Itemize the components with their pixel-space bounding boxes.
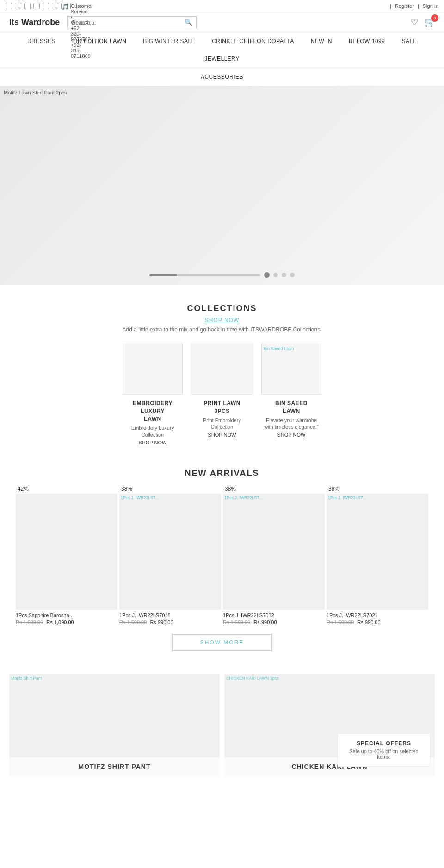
social-icons: 🎵 Customer Service / WhatsApp: +92-320-9…: [6, 3, 77, 9]
collection-bin-saeed-shop[interactable]: SHOP NOW: [261, 432, 321, 437]
new-arrivals-title: NEW ARRIVALS: [5, 468, 439, 478]
product-1-new-price: Rs.1,090.00: [46, 619, 74, 625]
product-1-price: Rs.1,890.00 Rs.1,090.00: [16, 619, 117, 625]
dot-2[interactable]: [273, 273, 278, 277]
feature-section: Motifz Shirt Pant MOTIFZ SHIRT PANT CHIC…: [0, 665, 444, 785]
wishlist-icon[interactable]: ♡: [411, 17, 418, 27]
main-nav: Dresses EID Edition Lawn BIG Winter Sale…: [0, 32, 444, 68]
nav-crinkle-chiffon[interactable]: Crinkle Chiffon Dopatta: [204, 32, 302, 50]
search-button[interactable]: 🔍: [185, 19, 192, 26]
social-icon-3[interactable]: [24, 3, 31, 9]
nav-accessories[interactable]: ACCESSORIES: [192, 68, 252, 86]
social-icon-1[interactable]: [6, 3, 12, 9]
dot-3[interactable]: [282, 273, 286, 277]
top-bar: 🎵 Customer Service / WhatsApp: +92-320-9…: [0, 0, 444, 12]
product-3-img-label: 1Pcs J. IWR22LS7...: [223, 494, 264, 501]
collection-print-lawn[interactable]: PRINT LAWN3PCS Print Embroidery Collecti…: [192, 344, 252, 445]
show-more-button[interactable]: SHOW MORE: [172, 634, 272, 651]
product-1-img: [16, 494, 117, 610]
product-4-img: 1Pcs J. IWR22LS7...: [327, 494, 428, 610]
nav-new-in[interactable]: NEW IN: [302, 32, 340, 50]
social-icon-2[interactable]: [15, 3, 21, 9]
product-2[interactable]: -38% 1Pcs J. IWR22LS7... 1Pcs J. IWR22LS…: [119, 486, 221, 625]
signin-link[interactable]: Sign In: [423, 3, 438, 9]
nav-second-row: ACCESSORIES: [0, 68, 444, 86]
collections-shop-link[interactable]: SHOP NOW: [9, 317, 435, 324]
feature-chicken-kari[interactable]: CHICKEN KARI LAWN 3pcs CHICKEN KARI LAWN…: [224, 674, 435, 776]
collection-bin-saeed-title: BIN SAEEDLAWN: [261, 400, 321, 415]
dot-1[interactable]: [264, 272, 270, 278]
collection-bin-saeed-subtitle: Elevate your wardrobe with timeless eleg…: [261, 417, 321, 431]
product-2-old-price: Rs.1,590.00: [119, 619, 147, 625]
search-box: 🔍: [67, 16, 197, 28]
nav-eid-edition[interactable]: EID Edition Lawn: [64, 32, 135, 50]
contact-info: Customer Service / WhatsApp: +92-320-927…: [70, 3, 77, 9]
product-3-img: 1Pcs J. IWR22LS7...: [223, 494, 325, 610]
product-4[interactable]: -38% 1Pcs J. IWR22LS7... 1Pcs J. IWR22LS…: [327, 486, 428, 625]
cart-icon[interactable]: 🛒 0: [425, 17, 435, 27]
feature-motifz-title: MOTIFZ SHIRT PANT: [9, 757, 220, 776]
product-3[interactable]: -38% 1Pcs J. IWR22LS7... 1Pcs J. IWR22LS…: [223, 486, 325, 625]
new-arrivals-grid: -42% 1Pcs Sapphire Barosha... Rs.1,890.0…: [5, 486, 439, 625]
product-4-badge: -38%: [327, 486, 428, 492]
collection-embroidery-img: [123, 344, 183, 395]
hero-label: Motifz Lawn Shirt Pant 2pcs: [4, 90, 67, 95]
product-2-name: 1Pcs J. IWR22LS7018: [119, 612, 221, 618]
feature-chicken-kari-label: CHICKEN KARI LAWN 3pcs: [226, 676, 279, 681]
feature-motifz-label: Motifz Shirt Pant: [11, 676, 42, 681]
cart-badge: 0: [431, 14, 438, 22]
collections-desc: Add a little extra to the mix and go bac…: [9, 326, 435, 333]
dot-4[interactable]: [290, 273, 295, 277]
special-offers-box: SPECIAL OFFERS Sale up to 40% off on sel…: [338, 733, 430, 767]
nav-below-1099[interactable]: Below 1099: [340, 32, 393, 50]
product-1-name: 1Pcs Sapphire Barosha...: [16, 612, 117, 618]
social-icon-6[interactable]: [52, 3, 58, 9]
nav-jewellery[interactable]: JEWELLERY: [196, 50, 248, 68]
hero-image: [0, 86, 444, 285]
collection-print-lawn-img: [192, 344, 252, 395]
collection-embroidery-subtitle: Embroidery Luxury Collection: [123, 425, 183, 438]
nav-sale[interactable]: SALE: [393, 32, 425, 50]
collection-embroidery-shop[interactable]: SHOP NOW: [123, 440, 183, 445]
collection-bin-saeed[interactable]: Bin Saeed Lawn BIN SAEEDLAWN Elevate you…: [261, 344, 321, 445]
nav-big-winter-sale[interactable]: BIG Winter Sale: [135, 32, 204, 50]
tiktok-icon[interactable]: 🎵: [61, 3, 68, 9]
collection-embroidery[interactable]: EMBROIDERYLUXURYLAWN Embroidery Luxury C…: [123, 344, 183, 445]
product-1[interactable]: -42% 1Pcs Sapphire Barosha... Rs.1,890.0…: [16, 486, 117, 625]
social-icon-5[interactable]: [43, 3, 49, 9]
header-actions: ♡ 🛒 0: [411, 17, 435, 27]
special-offers-title: SPECIAL OFFERS: [345, 740, 422, 747]
product-4-img-label: 1Pcs J. IWR22LS7...: [327, 494, 368, 501]
product-1-badge: -42%: [16, 486, 117, 492]
separator: |: [390, 3, 391, 9]
product-1-old-price: Rs.1,890.00: [16, 619, 43, 625]
collections-title: COLLECTIONS: [9, 304, 435, 313]
feature-grid: Motifz Shirt Pant MOTIFZ SHIRT PANT CHIC…: [5, 669, 439, 781]
product-2-img-label: 1Pcs J. IWR22LS7...: [119, 494, 160, 501]
search-input[interactable]: [71, 19, 185, 26]
social-icon-4[interactable]: [33, 3, 40, 9]
header: Its Wardrobe 🔍 ♡ 🛒 0: [0, 12, 444, 32]
collection-bin-saeed-img: Bin Saeed Lawn: [261, 344, 321, 395]
product-2-img: 1Pcs J. IWR22LS7...: [119, 494, 221, 610]
collection-bin-saeed-img-label: Bin Saeed Lawn: [262, 344, 296, 353]
product-4-old-price: Rs.1,590.00: [327, 619, 354, 625]
logo[interactable]: Its Wardrobe: [9, 18, 60, 27]
slider-track: [149, 274, 260, 276]
collections-grid: EMBROIDERYLUXURYLAWN Embroidery Luxury C…: [9, 344, 435, 445]
collections-section: COLLECTIONS SHOP NOW Add a little extra …: [0, 285, 444, 455]
hero-slider-dots: [149, 272, 295, 278]
register-link[interactable]: Register: [395, 3, 414, 9]
auth-links: | Register | Sign In: [390, 3, 438, 9]
product-2-price: Rs.1,590.00 Rs.990.00: [119, 619, 221, 625]
collection-print-lawn-title: PRINT LAWN3PCS: [192, 400, 252, 415]
collection-embroidery-title: EMBROIDERYLUXURYLAWN: [123, 400, 183, 423]
collection-print-lawn-subtitle: Print Embroidery Collection: [192, 417, 252, 431]
collection-print-lawn-shop[interactable]: SHOP NOW: [192, 432, 252, 437]
nav-dresses[interactable]: Dresses: [19, 32, 64, 50]
product-3-price: Rs.1,590.00 Rs.990.00: [223, 619, 325, 625]
product-3-old-price: Rs.1,590.00: [223, 619, 250, 625]
feature-motifz[interactable]: Motifz Shirt Pant MOTIFZ SHIRT PANT: [9, 674, 220, 776]
product-2-new-price: Rs.990.00: [150, 619, 173, 625]
special-offers-desc: Sale up to 40% off on selected items.: [345, 749, 422, 760]
